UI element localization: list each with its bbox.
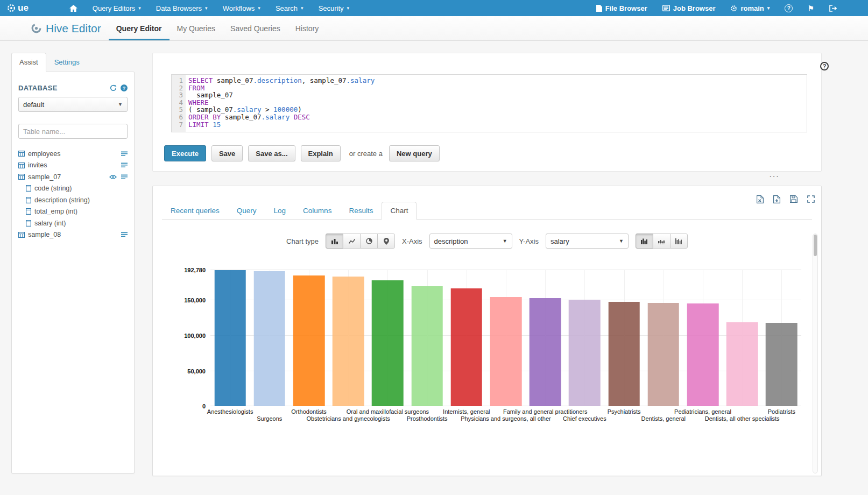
bar-style-stacked-button[interactable] (653, 234, 671, 249)
nav-menu-search[interactable]: Search ▾ (268, 0, 311, 16)
explain-button[interactable]: Explain (301, 145, 341, 161)
bar[interactable] (608, 302, 640, 406)
column-row-code[interactable]: code (string) (17, 183, 129, 195)
chevron-down-icon: ▾ (138, 5, 141, 11)
table-row-sample-08[interactable]: sample_08 (17, 229, 129, 241)
bar-slot (447, 270, 486, 406)
save-button[interactable]: Save (211, 145, 243, 161)
x-axis-label: Dentists, general (641, 415, 686, 422)
bar-slot (683, 270, 722, 406)
bar-style-grouped-button[interactable] (636, 234, 653, 249)
bar[interactable] (490, 297, 522, 407)
bar[interactable] (254, 271, 286, 406)
browse-data-icon[interactable] (121, 232, 128, 237)
editor-code[interactable]: SELECT sample_07.description, sample_07.… (186, 75, 807, 132)
table-row-invites[interactable]: invites (17, 160, 129, 172)
table-row-employees[interactable]: employees (17, 148, 129, 160)
bar-style-histogram-button[interactable] (670, 234, 688, 249)
bar[interactable] (766, 323, 798, 406)
hue-logo[interactable]: ue (0, 0, 37, 16)
main-column: ? 1234567 SELECT sample_07.description, … (152, 41, 822, 476)
bar[interactable] (451, 288, 483, 407)
tab-saved-queries[interactable]: Saved Queries (223, 16, 288, 40)
chart-type-bars-button[interactable] (326, 234, 343, 249)
bar[interactable] (411, 286, 443, 406)
bar[interactable] (333, 277, 364, 406)
table-name: employees (28, 150, 60, 158)
download-results-button[interactable] (773, 195, 780, 203)
column-name: description (string) (34, 196, 90, 204)
chart-type-map-button[interactable] (377, 234, 395, 249)
nav-job-browser[interactable]: Job Browser (655, 0, 723, 16)
sql-editor[interactable]: 1234567 SELECT sample_07.description, sa… (171, 74, 807, 132)
browse-data-icon[interactable] (121, 162, 128, 168)
bar[interactable] (687, 303, 719, 406)
database-help-icon[interactable]: ? (121, 84, 128, 91)
nav-user-menu[interactable]: romain ▾ (723, 0, 777, 16)
table-icon (18, 232, 25, 238)
new-query-button[interactable]: New query (389, 145, 440, 161)
tab-columns[interactable]: Columns (294, 202, 340, 220)
bar[interactable] (726, 322, 758, 406)
download-xls-button[interactable] (757, 195, 764, 203)
nav-menu-label: Query Editors (93, 4, 135, 12)
table-icon (18, 151, 25, 157)
table-name: sample_08 (28, 231, 61, 238)
results-scrollbar[interactable] (813, 234, 818, 473)
tab-settings[interactable]: Settings (46, 53, 88, 72)
line-number: 5 (172, 106, 183, 114)
bar[interactable] (372, 280, 404, 406)
tab-results[interactable]: Results (340, 202, 382, 220)
tab-my-queries[interactable]: My Queries (170, 16, 223, 40)
nav-menu-security[interactable]: Security ▾ (311, 0, 357, 16)
bar[interactable] (569, 300, 601, 407)
tab-recent-queries[interactable]: Recent queries (162, 202, 228, 220)
tab-query[interactable]: Query (228, 202, 265, 220)
preview-eye-icon[interactable] (109, 174, 117, 180)
browse-data-icon[interactable] (121, 151, 128, 157)
nav-menu-workflows[interactable]: Workflows ▾ (215, 0, 268, 16)
table-row-sample-07[interactable]: sample_07 (17, 171, 129, 183)
chart-type-line-button[interactable] (343, 234, 361, 249)
panel-resize-handle[interactable]: ··· (152, 172, 822, 186)
tab-history[interactable]: History (288, 16, 327, 40)
save-results-button[interactable] (790, 195, 798, 203)
column-row-salary[interactable]: salary (int) (17, 217, 129, 229)
home-button[interactable] (62, 0, 85, 16)
y-axis-selected-value: salary (551, 237, 569, 245)
bar[interactable] (530, 298, 561, 407)
chevron-down-icon: ▾ (347, 5, 350, 11)
chart-type-pie-button[interactable] (360, 234, 378, 249)
nav-menu-label: Search (276, 4, 298, 12)
x-axis-label: Dentists, all other specialists (705, 415, 780, 422)
nav-logout-button[interactable] (822, 0, 844, 16)
chevron-down-icon: ▾ (301, 5, 304, 11)
refresh-icon[interactable] (110, 84, 117, 91)
bar[interactable] (214, 270, 246, 406)
nav-help-button[interactable]: ? (777, 0, 800, 16)
fullscreen-results-button[interactable] (807, 195, 815, 203)
tab-query-editor[interactable]: Query Editor (109, 16, 170, 40)
column-icon (26, 208, 31, 215)
bar[interactable] (293, 275, 325, 406)
table-filter-input[interactable] (18, 124, 128, 139)
scrollbar-thumb[interactable] (814, 235, 817, 256)
y-axis-select[interactable]: salary ▼ (546, 234, 629, 249)
x-axis-select[interactable]: description ▼ (429, 234, 512, 249)
tab-assist[interactable]: Assist (11, 53, 46, 72)
nav-file-browser[interactable]: File Browser (589, 0, 655, 16)
browse-data-icon[interactable] (121, 174, 128, 180)
column-row-total-emp[interactable]: total_emp (int) (17, 206, 129, 218)
save-as-button[interactable]: Save as... (248, 145, 295, 161)
tab-chart[interactable]: Chart (382, 202, 417, 220)
nav-menu-data-browsers[interactable]: Data Browsers ▾ (149, 0, 215, 16)
editor-help-icon[interactable]: ? (820, 62, 829, 70)
nav-feedback-button[interactable]: ⚑ (800, 0, 822, 16)
tab-log[interactable]: Log (265, 202, 295, 220)
nav-menu-query-editors[interactable]: Query Editors ▾ (85, 0, 149, 16)
code-line: FROM (188, 84, 807, 92)
bar[interactable] (648, 303, 680, 406)
execute-button[interactable]: Execute (164, 145, 206, 161)
database-select[interactable]: default ▼ (18, 97, 128, 112)
column-row-description[interactable]: description (string) (17, 194, 129, 206)
